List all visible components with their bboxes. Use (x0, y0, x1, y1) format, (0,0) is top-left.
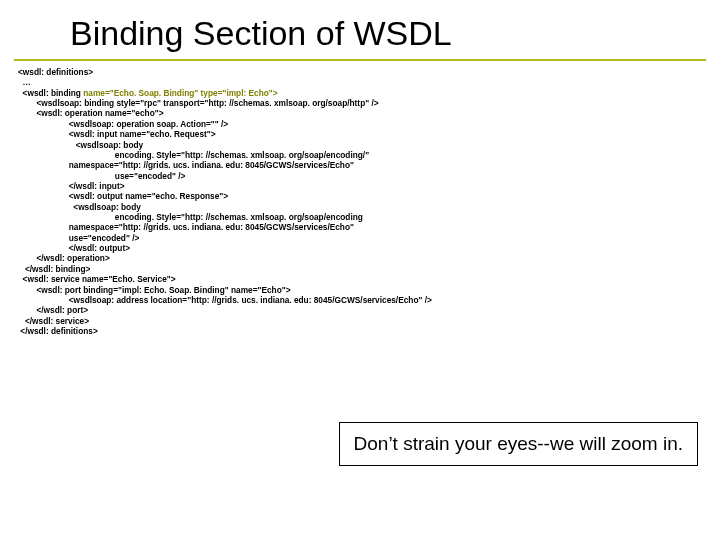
code-line: </wsdl: binding> (18, 264, 90, 274)
code-line: </wsdl: port> (18, 305, 88, 315)
code-line: </wsdl: operation> (18, 253, 110, 263)
code-line: namespace="http: //grids. ucs. indiana. … (18, 222, 354, 232)
code-line: </wsdl: service> (18, 316, 89, 326)
code-line: <wsdlsoap: address location="http: //gri… (18, 295, 432, 305)
code-line: <wsdlsoap: body (18, 140, 143, 150)
code-line-highlight: name="Echo. Soap. Binding" type="impl: E… (83, 88, 277, 98)
code-line: <wsdl: output name="echo. Response"> (18, 191, 228, 201)
code-line: encoding. Style="http: //schemas. xmlsoa… (18, 150, 369, 160)
code-line: namespace="http: //grids. ucs. indiana. … (18, 160, 354, 170)
code-line: <wsdl: definitions> (18, 67, 93, 77)
wsdl-code-block: <wsdl: definitions> … <wsdl: binding nam… (0, 61, 720, 336)
code-line: <wsdl: service name="Echo. Service"> (18, 274, 176, 284)
code-line: … (18, 77, 31, 87)
code-line: <wsdl: port binding="impl: Echo. Soap. B… (18, 285, 291, 295)
code-line: use="encoded" /> (18, 171, 185, 181)
code-line: <wsdlsoap: body (18, 202, 141, 212)
code-line: <wsdlsoap: operation soap. Action="" /> (18, 119, 228, 129)
caption-text: Don’t strain your eyes--we will zoom in. (354, 433, 683, 454)
code-line: <wsdl: input name="echo. Request"> (18, 129, 216, 139)
code-line: </wsdl: output> (18, 243, 130, 253)
code-line: use="encoded" /> (18, 233, 139, 243)
slide-title: Binding Section of WSDL (14, 0, 706, 61)
code-line: <wsdl: operation name="echo"> (18, 108, 164, 118)
code-line: encoding. Style="http: //schemas. xmlsoa… (18, 212, 363, 222)
code-line: <wsdl: binding (18, 88, 83, 98)
code-line: </wsdl: input> (18, 181, 125, 191)
code-line: </wsdl: definitions> (18, 326, 98, 336)
caption-box: Don’t strain your eyes--we will zoom in. (339, 422, 698, 466)
code-line: <wsdlsoap: binding style="rpc" transport… (18, 98, 379, 108)
